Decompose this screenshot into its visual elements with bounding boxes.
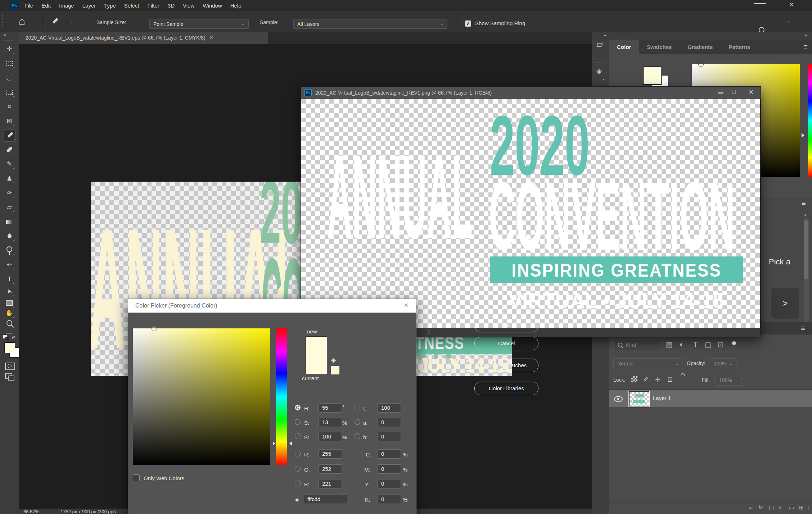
menu-file[interactable]: File (24, 3, 33, 9)
menu-select[interactable]: Select (124, 3, 139, 9)
collapsed-panel-caret-icon[interactable]: ▾ (603, 78, 605, 81)
s-field[interactable]: 13 (319, 418, 342, 427)
a-radio[interactable] (355, 419, 360, 425)
filter-shape-icon[interactable]: ▢ (705, 340, 712, 349)
dialog-hue-slider[interactable] (276, 328, 287, 465)
tab-swatches[interactable]: Swatches (639, 40, 680, 54)
eyedropper-options-icon[interactable] (50, 17, 59, 26)
menu-view[interactable]: View (183, 3, 194, 9)
link-layers-icon[interactable]: ∞ (749, 504, 753, 510)
filter-image-icon[interactable]: ▤ (666, 340, 673, 349)
color-field-marker[interactable] (698, 62, 704, 67)
crop-tool[interactable]: ⌗ (4, 101, 15, 112)
clone-stamp-tool[interactable]: ♟ (4, 173, 15, 184)
g-field[interactable]: 252 (319, 464, 342, 474)
toolbar-expand-icon[interactable]: » (4, 32, 6, 37)
g-radio[interactable] (295, 466, 301, 472)
libraries-scrollbar[interactable] (804, 218, 809, 328)
collapsed-panel-icon-properties[interactable] (597, 43, 601, 47)
sample-dropdown[interactable]: All Layers⌄ (293, 19, 447, 29)
l-field[interactable]: 100 (378, 403, 401, 413)
history-brush-tool[interactable]: ✑ (4, 187, 15, 199)
b-field[interactable]: 100 (319, 432, 342, 441)
delete-layer-icon[interactable]: ▯ (808, 504, 811, 511)
tab-patterns[interactable]: Patterns (721, 40, 758, 54)
foreground-color-swatch[interactable] (4, 342, 15, 353)
layer-fx-icon[interactable]: fx (759, 504, 763, 510)
eyedropper-tool[interactable] (4, 129, 16, 142)
png-document-canvas[interactable]: 2020 ANNUAL CONVENTION INSPIRING GREATNE… (301, 99, 760, 328)
libraries-card-1[interactable]: > (771, 288, 799, 319)
tab-gradients[interactable]: Gradients (680, 40, 721, 54)
panel-foreground-swatch[interactable] (643, 67, 661, 85)
b-radio[interactable] (295, 433, 301, 439)
k-field[interactable]: 0 (378, 495, 401, 504)
tab-close-icon[interactable]: × (210, 35, 213, 41)
dialog-titlebar[interactable]: Color Picker (Foreground Color) ✕ (128, 299, 416, 313)
cancel-button[interactable]: Cancel (474, 337, 538, 350)
blur-tool[interactable] (4, 230, 15, 242)
lasso-tool[interactable] (4, 72, 15, 83)
type-tool[interactable]: T (4, 273, 15, 285)
frame-tool[interactable]: ⊠ (4, 115, 15, 127)
panel-hue-slider[interactable] (808, 64, 812, 177)
y-field[interactable]: 0 (378, 479, 401, 488)
gamut-warning-cube-icon[interactable]: ◈ (331, 356, 336, 364)
menu-edit[interactable]: Edit (41, 3, 51, 9)
r-radio[interactable] (295, 451, 301, 456)
lock-pixels-icon[interactable]: ✐ (644, 375, 649, 383)
libraries-scroll-up-icon[interactable]: ▴ (804, 212, 807, 217)
ps-logo-icon[interactable]: Ps (10, 1, 19, 10)
new-layer-icon[interactable]: ⊞ (799, 504, 804, 511)
pen-tool[interactable]: ✒ (4, 259, 15, 270)
bb-radio[interactable] (355, 433, 360, 439)
b2-field[interactable]: 221 (319, 479, 342, 488)
r-field[interactable]: 255 (319, 449, 342, 459)
collapsed-panel-icon-materials[interactable]: ◈ (596, 67, 602, 75)
color-libraries-button[interactable]: Color Libraries (474, 382, 538, 395)
menu-image[interactable]: Image (59, 3, 74, 9)
lock-transparency-icon[interactable] (631, 376, 637, 382)
filter-type-icon[interactable]: T (693, 340, 698, 349)
color-picker-dialog[interactable]: Color Picker (Foreground Color) ✕ new cu… (128, 299, 416, 514)
dodge-tool[interactable] (4, 245, 15, 256)
fill-dropdown[interactable]: 100% ⌄ (715, 375, 742, 386)
layers-menu-icon[interactable]: ≡ (801, 324, 805, 332)
workspace-chevron-icon[interactable]: ⌄ (787, 18, 790, 23)
home-icon[interactable]: ⌂ (19, 15, 25, 27)
app-minimize-button[interactable] (754, 3, 766, 4)
gamut-swatch[interactable] (331, 366, 339, 374)
ok-button[interactable]: OK (474, 319, 538, 332)
l-radio[interactable] (355, 405, 360, 410)
window-status-expand-icon[interactable]: ⟩ (428, 329, 430, 335)
dialog-color-field[interactable] (133, 328, 270, 465)
window-maximize-icon[interactable]: □ (732, 88, 736, 95)
layer-thumbnail[interactable] (629, 391, 649, 406)
libraries-menu-icon[interactable]: ≡ (802, 199, 806, 208)
show-sampling-ring-checkbox[interactable]: ✓ (465, 21, 471, 27)
dock-collapse-icon[interactable]: « (604, 32, 606, 38)
hex-field[interactable]: fffcdd (304, 495, 347, 504)
menu-window[interactable]: Window (203, 3, 222, 9)
layer-visibility-icon[interactable] (614, 396, 623, 402)
floating-window-titlebar[interactable]: Ps 2020_AC-Virtual_LogoB_wdatewtagline_R… (301, 87, 761, 99)
window-minimize-icon[interactable] (718, 92, 723, 94)
dialog-close-icon[interactable]: ✕ (404, 302, 409, 309)
layer-row[interactable]: Layer 1 (609, 390, 812, 407)
eraser-tool[interactable]: ▱ (4, 201, 15, 213)
app-close-button[interactable]: ✕ (789, 1, 794, 9)
adjustment-layer-icon[interactable]: ◐ (779, 504, 782, 510)
new-group-icon[interactable]: ▭ (789, 504, 794, 511)
layers-filter-kind-dropdown[interactable]: Kind ⌄ (613, 340, 660, 350)
sample-size-dropdown[interactable]: Point Sample⌄ (149, 19, 249, 29)
gradient-tool[interactable] (4, 216, 15, 227)
quick-mask-icon[interactable] (5, 363, 15, 370)
filter-adjustment-icon[interactable]: ◐ (680, 340, 684, 349)
eyedropper-options-chevron-icon[interactable]: ⌄ (71, 19, 74, 24)
a-field[interactable]: 0 (378, 418, 401, 427)
swap-colors-icon[interactable]: ⇄ (12, 335, 15, 340)
hue-arrow-right-icon[interactable] (287, 441, 292, 446)
menu-type[interactable]: Type (104, 3, 116, 9)
window-close-icon[interactable]: ✕ (749, 88, 754, 96)
brush-tool[interactable]: ✎ (4, 158, 15, 170)
